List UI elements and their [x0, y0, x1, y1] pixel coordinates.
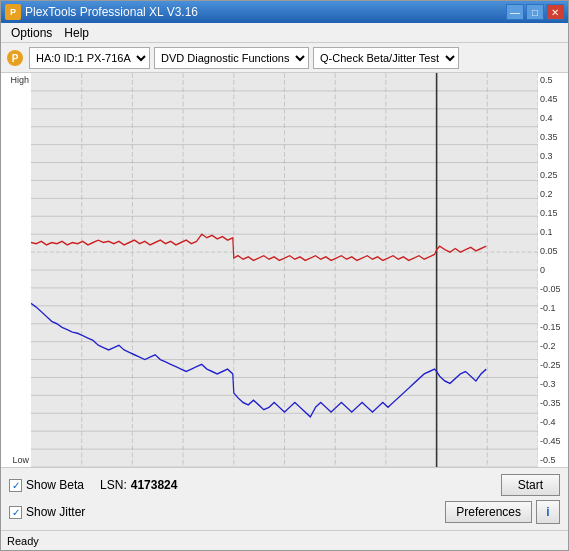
drive-icon: P [5, 48, 25, 68]
info-button[interactable]: i [536, 500, 560, 524]
chart-svg [31, 73, 538, 467]
menu-options[interactable]: Options [5, 24, 58, 42]
show-beta-text: Show Beta [26, 478, 84, 492]
app-icon: P [5, 4, 21, 20]
main-window: P PlexTools Professional XL V3.16 — □ ✕ … [0, 0, 569, 551]
svg-text:P: P [12, 53, 19, 64]
bottom-row1: ✓ Show Beta LSN: 4173824 Start [9, 474, 560, 496]
menu-help[interactable]: Help [58, 24, 95, 42]
lsn-label: LSN: [100, 478, 127, 492]
show-beta-checkbox[interactable]: ✓ [9, 479, 22, 492]
chart-container: High Low [1, 73, 568, 467]
show-jitter-label[interactable]: ✓ Show Jitter [9, 505, 85, 519]
chart-area: High Low [1, 73, 568, 467]
preferences-button[interactable]: Preferences [445, 501, 532, 523]
minimize-button[interactable]: — [506, 4, 524, 20]
menu-bar: Options Help [1, 23, 568, 43]
status-bar: Ready [1, 530, 568, 550]
y-axis-right: 0.5 0.45 0.4 0.35 0.3 0.25 0.2 0.15 0.1 … [538, 73, 568, 467]
show-jitter-checkbox[interactable]: ✓ [9, 506, 22, 519]
show-beta-label[interactable]: ✓ Show Beta [9, 478, 84, 492]
bottom-row2: ✓ Show Jitter Preferences i [9, 500, 560, 524]
window-controls: — □ ✕ [506, 4, 564, 20]
lsn-area: LSN: 4173824 [100, 478, 501, 492]
function-selector[interactable]: DVD Diagnostic Functions [154, 47, 309, 69]
status-text: Ready [7, 535, 39, 547]
y-axis-left: High Low [1, 73, 31, 467]
close-button[interactable]: ✕ [546, 4, 564, 20]
show-jitter-text: Show Jitter [26, 505, 85, 519]
maximize-button[interactable]: □ [526, 4, 544, 20]
window-title: PlexTools Professional XL V3.16 [25, 5, 506, 19]
test-selector[interactable]: Q-Check Beta/Jitter Test [313, 47, 459, 69]
bottom-panel: ✓ Show Beta LSN: 4173824 Start ✓ Show Ji… [1, 467, 568, 530]
toolbar: P HA:0 ID:1 PX-716A DVD Diagnostic Funct… [1, 43, 568, 73]
start-button[interactable]: Start [501, 474, 560, 496]
lsn-value: 4173824 [131, 478, 178, 492]
chart-plot [31, 73, 538, 467]
title-bar: P PlexTools Professional XL V3.16 — □ ✕ [1, 1, 568, 23]
drive-selector[interactable]: HA:0 ID:1 PX-716A [29, 47, 150, 69]
